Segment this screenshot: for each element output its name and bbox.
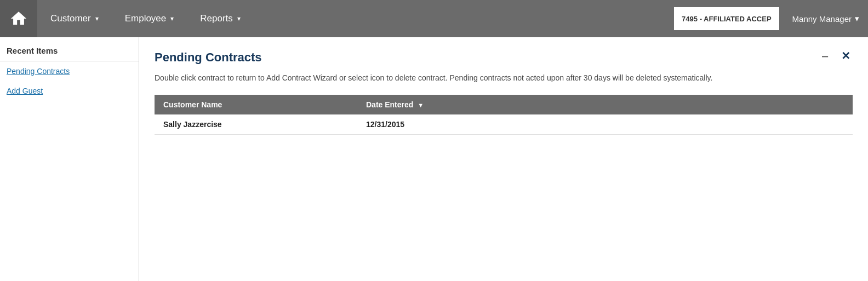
content-description: Double click contract to return to Add C… xyxy=(155,72,757,84)
column-date-entered[interactable]: Date Entered ▼ xyxy=(357,95,560,114)
nav-right: 7495 - AFFILIATED ACCEP Manny Manager ▾ xyxy=(674,0,868,37)
account-badge[interactable]: 7495 - AFFILIATED ACCEP xyxy=(674,7,779,30)
page-title: Pending Contracts xyxy=(155,50,262,65)
home-icon xyxy=(9,9,28,28)
content-controls: – ✕ xyxy=(820,50,853,61)
nav-reports-label: Reports xyxy=(200,13,233,24)
nav-employee-label: Employee xyxy=(125,13,167,24)
content-header: Pending Contracts – ✕ xyxy=(155,50,853,65)
column-customer-name-label: Customer Name xyxy=(163,100,222,109)
user-menu[interactable]: Manny Manager ▾ xyxy=(784,0,868,37)
minimize-button[interactable]: – xyxy=(820,50,830,61)
content-area: Pending Contracts – ✕ Double click contr… xyxy=(139,37,868,281)
nav-reports[interactable]: Reports ▾ xyxy=(187,0,254,37)
table-row[interactable]: Sally Jazzercise 12/31/2015 xyxy=(155,114,853,135)
contracts-table: Customer Name Date Entered ▼ Sally Jazze… xyxy=(155,95,853,135)
cell-actions xyxy=(560,114,853,135)
table-header: Customer Name Date Entered ▼ xyxy=(155,95,853,114)
top-nav: Customer ▾ Employee ▾ Reports ▾ 7495 - A… xyxy=(0,0,868,37)
cell-date-entered: 12/31/2015 xyxy=(357,114,560,135)
table-header-row: Customer Name Date Entered ▼ xyxy=(155,95,853,114)
column-actions xyxy=(560,95,853,114)
user-chevron: ▾ xyxy=(855,14,859,24)
nav-customer-label: Customer xyxy=(50,13,91,24)
table-body: Sally Jazzercise 12/31/2015 xyxy=(155,114,853,135)
nav-employee-chevron: ▾ xyxy=(170,15,174,22)
sidebar: Recent Items Pending Contracts Add Guest xyxy=(0,37,139,281)
sidebar-recent-items-header: Recent Items xyxy=(0,37,139,61)
column-date-entered-label: Date Entered xyxy=(366,100,413,109)
sidebar-item-pending-contracts[interactable]: Pending Contracts xyxy=(0,61,139,81)
nav-customer-chevron: ▾ xyxy=(95,15,99,22)
main-layout: Recent Items Pending Contracts Add Guest… xyxy=(0,37,868,281)
user-label: Manny Manager xyxy=(792,14,852,24)
home-button[interactable] xyxy=(0,0,37,37)
column-customer-name: Customer Name xyxy=(155,95,357,114)
nav-customer[interactable]: Customer ▾ xyxy=(37,0,112,37)
sidebar-item-add-guest[interactable]: Add Guest xyxy=(0,81,139,101)
nav-reports-chevron: ▾ xyxy=(237,15,241,22)
close-button[interactable]: ✕ xyxy=(839,50,853,61)
cell-customer-name: Sally Jazzercise xyxy=(155,114,357,135)
sort-arrow-icon: ▼ xyxy=(418,102,424,108)
nav-employee[interactable]: Employee ▾ xyxy=(112,0,187,37)
